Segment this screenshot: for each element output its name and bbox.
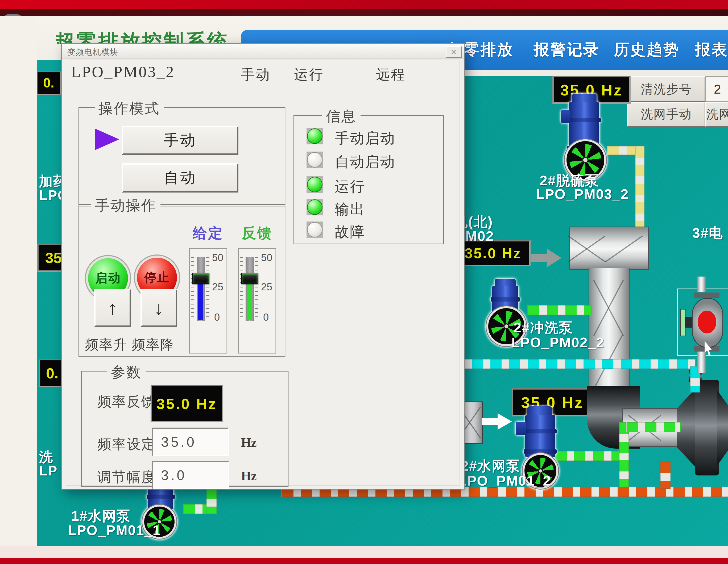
vfd-motor-dialog: 变频电机模块 ✕ LPO_PM03_2 手动 运行 远程 操作模式 手动 自动 … [61,43,465,490]
setpoint-thumb[interactable] [192,273,209,284]
wash-start-button[interactable]: 洗网启动 [705,102,728,127]
duct-top-elbow [569,227,649,270]
adjust-range-label: 调节幅度 [97,468,156,487]
system-title: 超零排放控制系统 [55,28,246,44]
sv02-pipe-top [697,277,706,292]
lamp-label-manual-start: 手动启动 [335,129,395,148]
status-run: 运行 [294,65,324,84]
lamp-running [307,176,323,193]
status-remote: 远程 [376,65,406,84]
photo-top-maroon-strip [0,9,728,16]
adjust-range-input[interactable]: 3.0 [152,461,229,489]
manual-mode-button[interactable]: 手动 [122,126,238,155]
wash-step-value: 2 [705,76,728,102]
lamp-manual-start [307,128,323,144]
pipe-green-to-vessel [626,422,681,432]
manual-op-title: 手动操作 [91,196,160,216]
freq-down-label: 频率降 [132,336,174,354]
dialog-title: 变频电机模块 [67,47,118,58]
nav-item-history-trend[interactable]: 历史趋势 [614,39,680,60]
lamp-label-running: 运行 [335,177,365,197]
feedback-slider-label: 反馈 [242,224,272,243]
auto-mode-button[interactable]: 自动 [122,163,238,193]
pipe-green-pm01-2 [555,451,622,461]
pm01-1-tag-label: LPO_PM01_1 [68,522,161,538]
wash-step-button[interactable]: 清洗步号 [627,76,706,102]
dialog-titlebar[interactable]: 变频电机模块 [62,44,464,59]
freq-feedback-label: 频率反馈 [97,392,156,411]
pipe-yellow-vertical [635,146,644,235]
freq-down-button[interactable]: ↓ [140,289,177,327]
lamp-fault [307,222,323,238]
status-mode: 手动 [241,65,271,84]
lamp-auto-start [307,152,323,168]
duct-vertical [589,268,630,393]
pump-pm01-2[interactable] [514,406,564,483]
down-arrow-icon: ↓ [154,297,164,319]
params-group: 参数 频率反馈 35.0 Hz 频率设定 35.0 Hz 调节幅度 3.0 Hz [81,371,289,487]
freq-set-input[interactable]: 35.0 [152,428,229,456]
left-top-display: 0. [36,71,61,95]
wash-partial-line2: LP [39,463,57,479]
mode-pointer-icon [95,129,119,150]
photo-bottom-pink-strip [0,546,728,558]
freq-up-button[interactable]: ↑ [94,289,131,327]
sv02-flange-top [694,292,719,298]
lamp-label-auto-start: 自动启动 [335,152,395,172]
pipe-orange-drop [660,461,671,489]
feedback-thumb [241,273,258,284]
pipe-cyan-horizontal [452,359,696,369]
scada-screen-photo: 超零排放控制系统 超零排放 报警记录 历史趋势 报表查询 清洗步号 2 洗网手动… [0,0,728,564]
sv02-pipe-bottom [697,351,706,373]
photo-top-red-strip [0,0,728,9]
nav-item-report[interactable]: 报表查询 [695,39,728,60]
info-title: 信息 [322,107,361,126]
params-title: 参数 [107,363,146,382]
setpoint-slider[interactable]: 50 25 0 [189,248,227,354]
sv02-actuator-stem [685,317,692,327]
pipe-green-pm02 [527,305,591,315]
wash-manual-button[interactable]: 洗网手动 [627,102,706,127]
lamp-output [307,199,323,216]
freq-set-unit: Hz [241,435,257,450]
nav-item-alarm-records[interactable]: 报警记录 [534,39,600,60]
op-mode-group: 操作模式 手动 自动 [78,107,286,207]
setpoint-fill [198,282,203,319]
vessel-body [695,380,719,475]
pump-pm03-2[interactable] [561,94,613,181]
pipe-green-pm01-1-riser [206,487,217,514]
adjust-range-unit: Hz [241,468,257,483]
freq-up-label: 频率升 [85,336,127,354]
lamp-label-output: 输出 [335,200,365,219]
feedback-fill [247,282,252,319]
photo-left-bezel [0,16,37,546]
motor3-partial-label: 3#电 [692,224,723,243]
setpoint-slider-label: 给定 [193,224,224,243]
pm01-2-tag-label: LPO_PM01_2 [458,473,551,489]
manual-op-group: 手动操作 启动 停止 给定 反馈 50 25 0 50 25 0 [78,204,286,357]
device-tag: LPO_PM03_2 [71,63,175,81]
lamp-label-fault: 故障 [335,222,365,242]
op-mode-title: 操作模式 [95,99,164,118]
close-icon[interactable]: ✕ [446,46,462,58]
dialog-top-rule [78,62,317,62]
pm02-tag-label: LPO_PM02_2 [511,334,605,350]
pm03-tag-label: LPO_PM03_2 [536,186,629,202]
feedback-slider: 50 25 0 [238,248,276,354]
up-arrow-icon: ↑ [108,297,117,319]
freq-set-label: 频率设定 [97,435,156,454]
photo-bottom-red-strip [0,558,728,564]
info-group: 信息 手动启动 自动启动 运行 输出 故障 [293,115,444,245]
sv02-status-light [698,310,716,333]
freq-feedback-display: 35.0 Hz [151,385,223,422]
